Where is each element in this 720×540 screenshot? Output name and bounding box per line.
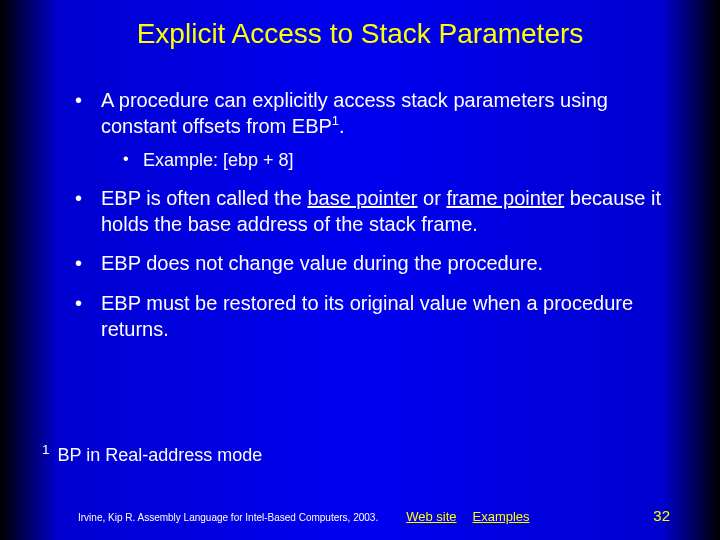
examples-link[interactable]: Examples [473,509,530,524]
footnote-marker: 1 [42,442,50,457]
sub-bullet-example: Example: [ebp + 8] [123,149,670,172]
bullet-3: EBP does not change value during the pro… [75,251,670,277]
bullet-1-sup: 1 [332,113,339,128]
footnote: 1 BP in Real-address mode [42,445,262,466]
slide-body: A procedure can explicitly access stack … [0,60,720,342]
bullet-4: EBP must be restored to its original val… [75,291,670,342]
bullet-list: A procedure can explicitly access stack … [50,88,670,342]
slide-title: Explicit Access to Stack Parameters [0,0,720,60]
website-link[interactable]: Web site [406,509,456,524]
sub-bullet-list: Example: [ebp + 8] [101,149,670,172]
citation: Irvine, Kip R. Assembly Language for Int… [78,512,378,523]
bullet-2-pre: EBP is often called the [101,187,307,209]
bullet-2: EBP is often called the base pointer or … [75,186,670,237]
bullet-2-mid: or [418,187,447,209]
bullet-2-u1: base pointer [307,187,417,209]
bullet-1-text-pre: A procedure can explicitly access stack … [101,89,608,137]
slide: Explicit Access to Stack Parameters A pr… [0,0,720,540]
bullet-1-text-post: . [339,115,345,137]
bullet-2-u2: frame pointer [446,187,564,209]
footnote-text: BP in Real-address mode [53,445,263,465]
bullet-1: A procedure can explicitly access stack … [75,88,670,172]
page-number: 32 [653,507,670,524]
footer: Irvine, Kip R. Assembly Language for Int… [0,507,720,524]
